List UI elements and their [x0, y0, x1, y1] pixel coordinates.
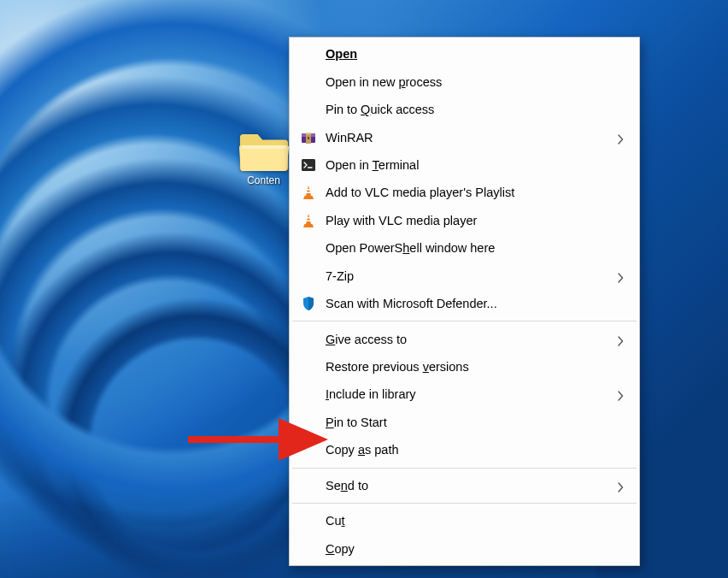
menu-separator: [292, 321, 637, 321]
menu-open-terminal[interactable]: Open in Terminal: [291, 151, 637, 179]
svg-rect-6: [307, 189, 310, 191]
menu-restore-previous-versions[interactable]: Restore previous versions: [291, 353, 637, 380]
menu-give-access-to[interactable]: Give access to: [291, 325, 637, 352]
menu-7zip[interactable]: 7-Zip: [291, 262, 637, 290]
menu-winrar[interactable]: WinRAR: [291, 123, 637, 150]
context-menu: Open Open in new process Pin to Quick ac…: [289, 37, 640, 566]
svg-rect-8: [307, 217, 310, 219]
svg-rect-4: [308, 137, 309, 139]
menu-open[interactable]: Open: [291, 40, 637, 68]
menu-open-powershell[interactable]: Open PowerShell window here: [291, 234, 637, 262]
menu-pin-quick-access[interactable]: Pin to Quick access: [291, 96, 637, 123]
menu-play-vlc[interactable]: Play with VLC media player: [291, 207, 637, 234]
menu-copy[interactable]: Copy: [291, 534, 637, 562]
svg-rect-5: [302, 159, 315, 171]
menu-open-new-process[interactable]: Open in new process: [291, 68, 637, 95]
svg-rect-3: [306, 133, 311, 134]
svg-rect-7: [306, 192, 311, 194]
menu-include-in-library[interactable]: Include in library: [291, 380, 637, 408]
menu-separator: [292, 503, 637, 504]
shield-icon: [300, 295, 317, 312]
menu-cut[interactable]: Cut: [291, 507, 637, 534]
folder-icon: [238, 133, 290, 173]
chevron-right-icon: [617, 391, 624, 398]
chevron-right-icon: [617, 336, 624, 343]
svg-rect-9: [306, 220, 311, 221]
winrar-icon: [300, 129, 317, 146]
menu-send-to[interactable]: Send to: [291, 472, 637, 499]
menu-scan-defender[interactable]: Scan with Microsoft Defender...: [291, 290, 637, 317]
vlc-cone-icon: [300, 212, 317, 229]
menu-separator: [292, 468, 637, 469]
vlc-cone-icon: [300, 184, 317, 201]
chevron-right-icon: [617, 273, 624, 280]
chevron-right-icon: [617, 482, 624, 489]
menu-copy-as-path[interactable]: Copy as path: [291, 436, 637, 463]
menu-pin-to-start[interactable]: Pin to Start: [291, 409, 637, 436]
chevron-right-icon: [617, 134, 624, 141]
terminal-icon: [300, 156, 317, 174]
menu-add-vlc-playlist[interactable]: Add to VLC media player's Playlist: [291, 179, 637, 206]
